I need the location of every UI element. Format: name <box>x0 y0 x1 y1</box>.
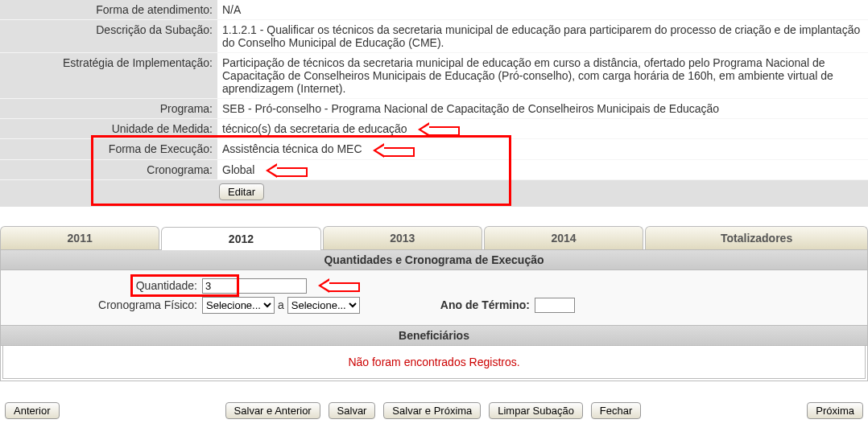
label-forma-execucao: Forma de Execução: <box>0 139 217 159</box>
value-cronograma-text: Global <box>222 163 254 176</box>
cronograma-inicio-select[interactable]: Selecione... <box>202 297 275 314</box>
no-records-message: Não foram encontrados Registros. <box>2 346 866 379</box>
value-cronograma: Global <box>217 159 868 179</box>
arrow-icon <box>267 165 308 176</box>
year-tabs: 2011 2012 2013 2014 Totalizadores <box>0 226 868 250</box>
arrow-icon <box>374 145 415 156</box>
value-forma-execucao-text: Assistência técnica do MEC <box>222 142 362 155</box>
value-programa: SEB - Pró-conselho - Programa Nacional d… <box>217 99 868 119</box>
beneficiarios-box: Não foram encontrados Registros. <box>0 346 868 381</box>
form-table: Forma de atendimento: N/A Descrição da S… <box>0 0 868 180</box>
value-estrategia-implementacao: Participação de técnicos da secretaria m… <box>217 53 868 99</box>
section-header-quantidades: Quantidades e Cronograma de Execução <box>0 250 868 270</box>
label-programa: Programa: <box>0 99 217 119</box>
label-a: a <box>278 298 284 311</box>
edit-button-row: Editar <box>0 180 868 207</box>
proxima-button[interactable]: Próxima <box>807 402 863 419</box>
salvar-proxima-button[interactable]: Salvar e Próxima <box>383 402 481 419</box>
tab-2013[interactable]: 2013 <box>323 226 482 249</box>
label-descricao-subacao: Descrição da Subação: <box>0 20 217 53</box>
button-bar: Anterior Salvar e Anterior Salvar Salvar… <box>0 402 868 426</box>
arrow-icon <box>320 280 360 291</box>
label-ano-termino: Ano de Término: <box>440 298 530 311</box>
value-forma-atendimento: N/A <box>217 0 868 20</box>
label-unidade-medida: Unidade de Medida: <box>0 119 217 139</box>
value-descricao-subacao: 1.1.2.1 - Qualificar os técnicos da secr… <box>217 20 868 53</box>
editar-button[interactable]: Editar <box>219 183 264 200</box>
value-forma-execucao: Assistência técnica do MEC <box>217 139 868 159</box>
arrow-icon <box>420 124 460 135</box>
cronograma-fim-select[interactable]: Selecione... <box>287 297 360 314</box>
section-header-beneficiarios: Beneficiários <box>0 326 868 346</box>
value-unidade-medida: técnico(s) da secretaria de educação <box>217 119 868 139</box>
form-area-quantidades: Quantidade: Cronograma Físico: Selecione… <box>0 270 868 326</box>
anterior-button[interactable]: Anterior <box>5 402 60 419</box>
limpar-subacao-button[interactable]: Limpar Subação <box>489 402 583 419</box>
salvar-button[interactable]: Salvar <box>329 402 376 419</box>
label-quantidade: Quantidade: <box>136 279 197 292</box>
fechar-button[interactable]: Fechar <box>591 402 641 419</box>
label-cronograma-fisico: Cronograma Físico: <box>9 298 202 311</box>
tab-2012[interactable]: 2012 <box>161 227 320 250</box>
tab-2011[interactable]: 2011 <box>0 226 159 249</box>
tab-totalizadores[interactable]: Totalizadores <box>645 226 868 249</box>
label-cronograma: Cronograma: <box>0 159 217 179</box>
tab-2014[interactable]: 2014 <box>484 226 643 249</box>
salvar-anterior-button[interactable]: Salvar e Anterior <box>225 402 320 419</box>
label-estrategia-implementacao: Estratégia de Implementação: <box>0 53 217 99</box>
label-forma-atendimento: Forma de atendimento: <box>0 0 217 20</box>
value-unidade-medida-text: técnico(s) da secretaria de educação <box>222 122 407 135</box>
ano-termino-input[interactable] <box>535 298 575 313</box>
quantidade-input[interactable] <box>202 278 307 294</box>
